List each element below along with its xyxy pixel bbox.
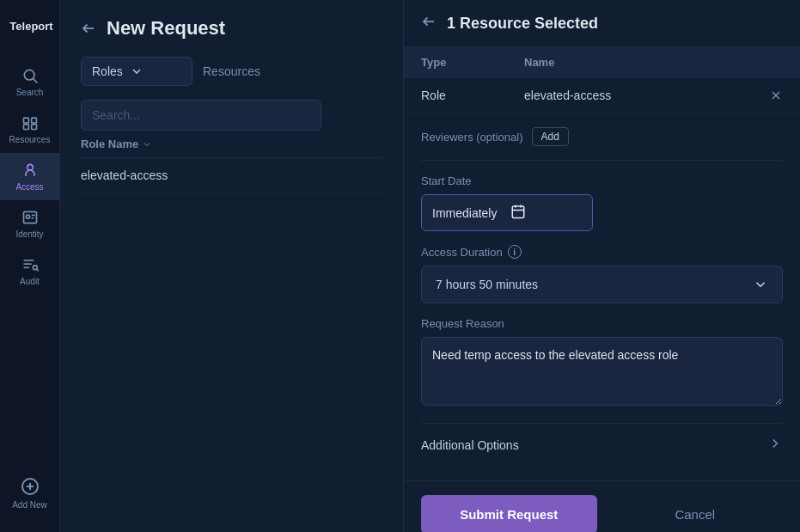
main-content: New Request Roles Resources Role Name xyxy=(60,0,403,532)
svg-line-7 xyxy=(33,79,37,83)
reviewers-row: Reviewers (optional) Add xyxy=(421,127,783,146)
app-name: Teleport xyxy=(9,20,52,33)
col-name-header: Name xyxy=(507,47,717,78)
svg-point-20 xyxy=(33,266,37,270)
add-icon xyxy=(20,476,40,497)
chevron-right-icon xyxy=(767,436,783,455)
svg-rect-11 xyxy=(31,125,36,130)
access-duration-row: Access Duration i 7 hours 50 minutes xyxy=(421,245,783,303)
sidebar: Teleport Search Resources Access Identit… xyxy=(0,0,60,532)
info-icon: i xyxy=(508,245,522,259)
resource-remove-cell xyxy=(717,78,800,113)
sidebar-item-resources[interactable]: Resources xyxy=(0,106,59,153)
identity-icon xyxy=(21,209,39,226)
resource-table: Type Name Role elevated-access xyxy=(404,47,800,113)
svg-rect-8 xyxy=(23,118,28,123)
panel-back-button[interactable] xyxy=(421,14,437,33)
request-reason-textarea[interactable]: Need temp access to the elevated access … xyxy=(421,337,783,406)
page-title: New Request xyxy=(107,17,225,40)
close-icon xyxy=(769,89,783,102)
sidebar-item-add-label: Add New xyxy=(12,500,47,510)
svg-point-12 xyxy=(27,164,33,170)
calendar-svg xyxy=(510,204,526,219)
back-button[interactable] xyxy=(81,21,96,36)
table-area: Role Name elevated-access xyxy=(81,131,382,193)
request-reason-label: Request Reason xyxy=(421,317,783,330)
sidebar-item-add-new[interactable]: Add New xyxy=(0,468,59,518)
additional-options-label: Additional Options xyxy=(421,438,519,452)
resources-filter-button[interactable]: Resources xyxy=(203,58,260,85)
sidebar-item-audit-label: Audit xyxy=(20,277,40,286)
svg-point-14 xyxy=(26,215,29,218)
role-name-cell: elevated-access xyxy=(81,168,168,182)
filters-row: Roles Resources xyxy=(81,57,382,86)
table-row[interactable]: elevated-access xyxy=(81,158,382,193)
col-action-header xyxy=(717,47,800,78)
divider-1 xyxy=(421,160,783,161)
search-wrapper xyxy=(81,100,321,131)
sidebar-item-search[interactable]: Search xyxy=(0,58,59,106)
panel-header: 1 Resource Selected xyxy=(404,0,800,47)
resource-row: Role elevated-access xyxy=(404,78,800,113)
resource-type-cell: Role xyxy=(404,78,507,113)
remove-resource-button[interactable] xyxy=(769,89,783,102)
sidebar-item-resources-label: Resources xyxy=(9,135,51,144)
col-type-header: Type xyxy=(404,47,507,78)
audit-icon xyxy=(21,256,39,273)
submit-button[interactable]: Submit Request xyxy=(421,495,597,532)
app-logo: Teleport xyxy=(0,14,59,38)
calendar-icon xyxy=(510,204,582,222)
main-header: New Request xyxy=(60,0,403,57)
reviewers-label: Reviewers (optional) xyxy=(421,131,523,144)
panel-back-icon xyxy=(421,14,437,29)
start-date-row: Start Date Immediately xyxy=(421,174,783,231)
resources-icon xyxy=(21,114,39,131)
svg-rect-9 xyxy=(31,118,36,123)
svg-point-6 xyxy=(24,70,34,80)
sidebar-item-search-label: Search xyxy=(16,88,44,97)
col-role-name: Role Name xyxy=(81,138,152,150)
svg-line-21 xyxy=(36,269,38,271)
sidebar-item-audit[interactable]: Audit xyxy=(0,248,59,295)
chevron-right-svg xyxy=(767,436,783,451)
duration-chevron-icon xyxy=(753,277,768,292)
sidebar-item-identity-label: Identity xyxy=(15,229,43,239)
sort-icon xyxy=(142,139,152,150)
duration-value: 7 hours 50 minutes xyxy=(436,278,538,291)
search-icon xyxy=(21,67,39,84)
cancel-button[interactable]: Cancel xyxy=(608,495,784,532)
access-icon xyxy=(21,162,39,179)
main-body: Roles Resources Role Name xyxy=(60,57,403,532)
svg-rect-29 xyxy=(512,206,524,218)
start-date-label: Start Date xyxy=(421,174,783,187)
panel-title: 1 Resource Selected xyxy=(447,15,598,33)
search-input[interactable] xyxy=(92,108,310,122)
table-header: Role Name xyxy=(81,131,382,158)
panel-footer: Submit Request Cancel xyxy=(404,480,800,532)
type-dropdown-value: Roles xyxy=(92,64,123,78)
duration-select[interactable]: 7 hours 50 minutes xyxy=(421,266,783,303)
side-panel: 1 Resource Selected Type Name Role eleva… xyxy=(403,0,800,532)
start-date-field[interactable]: Immediately xyxy=(421,194,593,231)
type-dropdown[interactable]: Roles xyxy=(81,57,192,86)
svg-rect-10 xyxy=(23,125,28,130)
request-reason-row: Request Reason Need temp access to the e… xyxy=(421,317,783,409)
form-section: Reviewers (optional) Add Start Date Imme… xyxy=(404,113,800,480)
sidebar-item-access[interactable]: Access xyxy=(0,153,59,200)
dropdown-chevron-icon xyxy=(130,64,144,78)
reviewers-add-button[interactable]: Add xyxy=(532,127,569,146)
access-duration-label: Access Duration i xyxy=(421,245,783,259)
resource-name-cell: elevated-access xyxy=(507,78,717,113)
additional-options-row[interactable]: Additional Options xyxy=(421,423,783,467)
start-date-value: Immediately xyxy=(432,206,504,220)
sidebar-item-identity[interactable]: Identity xyxy=(0,200,59,248)
back-arrow-icon xyxy=(81,21,96,36)
sidebar-item-access-label: Access xyxy=(15,182,43,192)
